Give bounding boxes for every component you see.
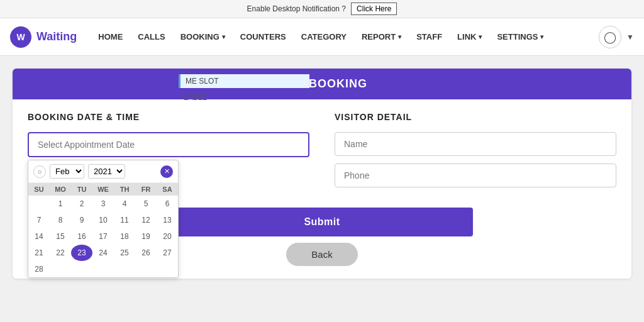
card-header: NEW BOOKING: [13, 69, 631, 99]
calendar-day[interactable]: 19: [135, 228, 157, 245]
year-select[interactable]: 202020212022: [88, 164, 125, 179]
calendar-popup: ○ JanFebMarAprMayJunJulAugSepOctNovDec 2…: [28, 160, 179, 278]
logo-text: Waiting: [36, 30, 77, 43]
nav-item-home[interactable]: HOME: [92, 28, 129, 45]
calendar-day[interactable]: 1: [50, 196, 71, 212]
calendar-day[interactable]: 28: [28, 261, 50, 277]
name-input[interactable]: [335, 132, 616, 156]
calendar-weekday: TU: [71, 183, 92, 196]
nav-item-link[interactable]: LINK ▾: [451, 28, 488, 45]
card-body: BOOKING DATE & TIME ○ JanFebMarAprMayJun…: [13, 99, 631, 208]
calendar-day[interactable]: 20: [157, 228, 178, 245]
calendar-weekday: TH: [114, 183, 135, 196]
main-content: NEW BOOKING BOOKING DATE & TIME ○ JanFeb…: [0, 56, 644, 322]
calendar-day[interactable]: 17: [92, 228, 114, 245]
calendar-day[interactable]: 8: [50, 212, 71, 228]
nav-item-staff[interactable]: STAFF: [410, 28, 448, 45]
calendar-day[interactable]: 9: [71, 212, 92, 228]
calendar-day[interactable]: 22: [50, 245, 71, 261]
nav-item-calls[interactable]: CALLS: [131, 28, 171, 45]
calendar-day[interactable]: 5: [135, 196, 157, 212]
nav-chevron-link: ▾: [479, 33, 482, 40]
calendar-day: [135, 261, 157, 277]
calendar-day[interactable]: 7: [28, 212, 50, 228]
nav-chevron-booking: ▾: [222, 33, 225, 40]
slot-text: ME SLOT: [186, 77, 219, 86]
phone-input[interactable]: [335, 164, 616, 187]
calendar-day[interactable]: 2: [71, 196, 92, 212]
header: W Waiting HOMECALLSBOOKING ▾COUNTERSCATE…: [0, 18, 644, 56]
logo-icon: W: [10, 26, 31, 48]
calendar-weekday: WE: [92, 183, 114, 196]
visitor-section: VISITOR DETAIL: [335, 112, 616, 195]
user-chevron-icon[interactable]: ▼: [626, 33, 634, 42]
booking-card: NEW BOOKING BOOKING DATE & TIME ○ JanFeb…: [13, 69, 631, 279]
nav-item-booking[interactable]: BOOKING ▾: [174, 28, 231, 45]
calendar-header: ○ JanFebMarAprMayJunJulAugSepOctNovDec 2…: [28, 160, 178, 183]
user-icon[interactable]: ◯: [599, 26, 621, 48]
calendar-day[interactable]: 16: [71, 228, 92, 245]
calendar-day: [92, 261, 114, 277]
calendar-day[interactable]: 14: [28, 228, 50, 245]
calendar-day[interactable]: 18: [114, 228, 135, 245]
calendar-weekday: MO: [50, 183, 71, 196]
submit-button[interactable]: Submit: [171, 208, 473, 236]
calendar-weekdays: SUMOTUWETHFRSA: [28, 183, 178, 196]
header-right: ◯ ▼: [599, 26, 634, 48]
nav-chevron-settings: ▾: [540, 33, 543, 40]
nav-item-settings[interactable]: SETTINGS ▾: [491, 28, 550, 45]
calendar-day[interactable]: 21: [28, 245, 50, 261]
main-nav: HOMECALLSBOOKING ▾COUNTERSCATEGORYREPORT…: [92, 28, 584, 45]
calendar-day: [157, 261, 178, 277]
cal-prev-button[interactable]: ○: [33, 165, 46, 178]
calendar-day[interactable]: 10: [92, 212, 114, 228]
cal-close-button[interactable]: ✕: [160, 165, 173, 178]
date-input-wrapper: ○ JanFebMarAprMayJunJulAugSepOctNovDec 2…: [28, 132, 309, 157]
calendar-day[interactable]: 27: [157, 245, 178, 261]
click-here-button[interactable]: Click Here: [351, 3, 397, 15]
calendar-day[interactable]: 23: [71, 245, 92, 261]
calendar-day[interactable]: 6: [157, 196, 178, 212]
calendar-day[interactable]: 26: [135, 245, 157, 261]
visitor-section-title: VISITOR DETAIL: [335, 112, 616, 122]
calendar-day[interactable]: 11: [114, 212, 135, 228]
calendar-day[interactable]: 3: [92, 196, 114, 212]
month-select[interactable]: JanFebMarAprMayJunJulAugSepOctNovDec: [50, 164, 84, 179]
calendar-day: [114, 261, 135, 277]
nav-item-report[interactable]: REPORT ▾: [355, 28, 408, 45]
unavailable-text: LABLE: [184, 93, 207, 102]
calendar-day[interactable]: 12: [135, 212, 157, 228]
back-button[interactable]: Back: [286, 243, 357, 266]
slot-unavailable: LABLE: [179, 91, 309, 104]
date-input[interactable]: [28, 132, 309, 157]
calendar-day[interactable]: 24: [92, 245, 114, 261]
nav-item-counters[interactable]: COUNTERS: [234, 28, 292, 45]
logo[interactable]: W Waiting: [10, 26, 77, 48]
calendar-day: [71, 261, 92, 277]
booking-section: BOOKING DATE & TIME ○ JanFebMarAprMayJun…: [28, 112, 309, 195]
notification-bar: Enable Desktop Notification ? Click Here: [0, 0, 644, 18]
calendar-day: [50, 261, 71, 277]
nav-item-category[interactable]: CATEGORY: [295, 28, 353, 45]
calendar-weekday: SU: [28, 183, 50, 196]
calendar-day: [28, 196, 50, 212]
calendar-day[interactable]: 15: [50, 228, 71, 245]
nav-chevron-report: ▾: [398, 33, 401, 40]
calendar-day[interactable]: 4: [114, 196, 135, 212]
calendar-weekday: FR: [135, 183, 157, 196]
calendar-weekday: SA: [157, 183, 178, 196]
booking-section-title: BOOKING DATE & TIME: [28, 112, 309, 122]
calendar-day[interactable]: 25: [114, 245, 135, 261]
notification-text: Enable Desktop Notification ?: [247, 4, 346, 13]
slot-highlight: ME SLOT: [179, 74, 309, 88]
calendar-day[interactable]: 13: [157, 212, 178, 228]
calendar-days: 1234567891011121314151617181920212223242…: [28, 196, 178, 277]
